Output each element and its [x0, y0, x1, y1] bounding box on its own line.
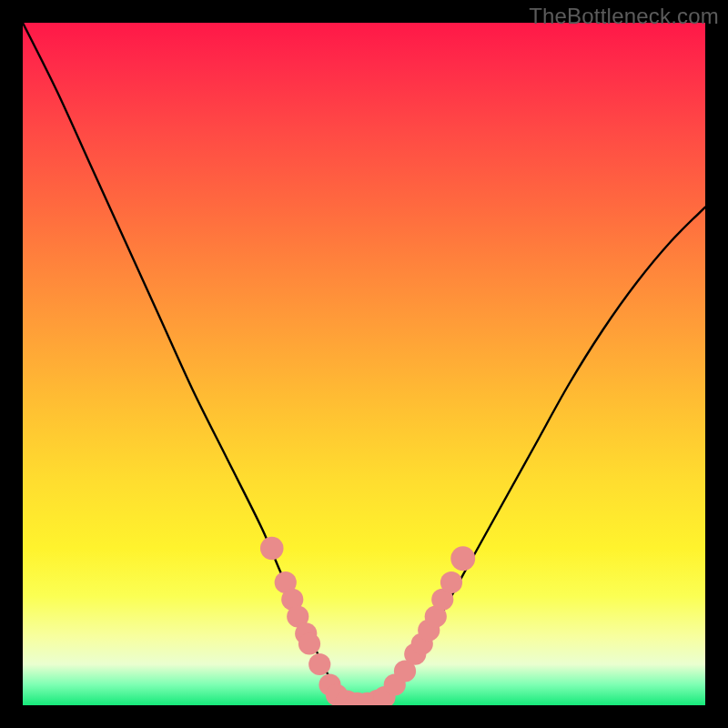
plot-area: [23, 23, 705, 705]
curve-path: [23, 23, 705, 705]
bottleneck-curve: [23, 23, 705, 705]
chart-frame: TheBottleneck.com: [0, 0, 728, 728]
data-marker: [298, 632, 320, 654]
data-marker: [260, 537, 284, 561]
data-marker: [450, 546, 475, 571]
data-marker: [440, 571, 462, 593]
data-marker: [308, 653, 330, 675]
watermark-text: TheBottleneck.com: [529, 4, 719, 29]
